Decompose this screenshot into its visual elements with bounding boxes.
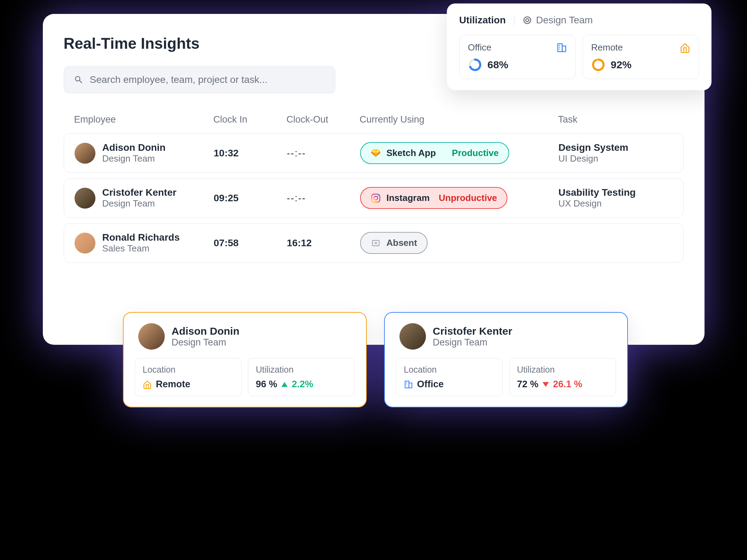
header-task: Task xyxy=(558,114,673,125)
employee-team: Design Team xyxy=(102,153,166,164)
location-value: Office xyxy=(417,379,444,390)
remote-label: Remote xyxy=(591,42,623,53)
employee-name: Adison Donin xyxy=(102,142,166,153)
remote-value: 92% xyxy=(611,59,632,71)
avatar xyxy=(75,143,95,164)
delta-value: 2.2% xyxy=(292,379,313,390)
delta-value: 26.1 % xyxy=(553,379,582,390)
search-icon xyxy=(74,75,84,85)
employee-team: Design Team xyxy=(102,198,177,209)
profile-team: Design Team xyxy=(172,337,240,348)
utilization-card: Utilization Design Team Office 68% xyxy=(447,3,711,90)
svg-point-1 xyxy=(374,196,378,200)
location-box: Location Remote xyxy=(135,358,242,396)
office-metric: Office 68% xyxy=(459,35,576,79)
employee-name: Ronald Richards xyxy=(102,232,180,243)
utilization-team: Design Team xyxy=(536,15,593,26)
avatar xyxy=(138,323,165,350)
avatar xyxy=(75,233,95,254)
app-badge: Instagram Unproductive xyxy=(360,187,508,209)
table-row[interactable]: Adison Donin Design Team 10:32 --:-- Ske… xyxy=(64,133,684,173)
clock-out-value: --:-- xyxy=(287,193,353,204)
svg-rect-15 xyxy=(405,381,409,388)
avatar xyxy=(399,323,426,350)
app-name: Sketch App xyxy=(387,148,436,158)
header-employee: Employee xyxy=(74,114,207,125)
location-value: Remote xyxy=(156,379,190,390)
svg-point-5 xyxy=(526,19,529,22)
svg-rect-8 xyxy=(559,45,560,46)
profile-name: Cristofer Kenter xyxy=(433,325,512,337)
utilization-box: Utilization 96 % 2.2% xyxy=(248,358,355,396)
app-name: Instagram xyxy=(387,193,430,203)
header-currently-using: Currently Using xyxy=(360,114,551,125)
circle-icon xyxy=(523,16,532,25)
location-label: Location xyxy=(404,365,495,375)
avatar xyxy=(75,188,95,209)
app-badge: Absent xyxy=(360,232,428,254)
absent-icon xyxy=(371,238,381,248)
svg-rect-9 xyxy=(559,47,560,48)
table-headers: Employee Clock In Clock-Out Currently Us… xyxy=(64,114,684,133)
search-input[interactable] xyxy=(90,74,325,85)
svg-rect-17 xyxy=(406,382,407,383)
trend-up-icon xyxy=(281,382,288,387)
sketch-icon xyxy=(371,148,381,158)
profile-card[interactable]: Cristofer Kenter Design Team Location Of… xyxy=(384,312,628,407)
clock-out-value: 16:12 xyxy=(287,238,353,249)
office-label: Office xyxy=(468,42,491,53)
location-box: Location Office xyxy=(396,358,503,396)
task-subtitle: UX Design xyxy=(559,198,673,209)
location-label: Location xyxy=(143,365,234,375)
svg-point-2 xyxy=(377,195,378,196)
donut-icon xyxy=(591,58,605,72)
utilization-value: 96 % xyxy=(256,379,278,390)
profile-card[interactable]: Adison Donin Design Team Location Remote… xyxy=(123,312,367,407)
app-status: Unproductive xyxy=(439,193,497,203)
profile-name: Adison Donin xyxy=(172,325,240,337)
svg-point-14 xyxy=(593,60,604,70)
svg-rect-0 xyxy=(372,194,380,202)
clock-out-value: --:-- xyxy=(287,148,353,159)
svg-rect-10 xyxy=(559,48,560,49)
table-row[interactable]: Cristofer Kenter Design Team 09:25 --:--… xyxy=(64,178,684,218)
svg-rect-16 xyxy=(409,383,412,388)
employee-team: Sales Team xyxy=(102,243,180,254)
instagram-icon xyxy=(371,193,381,203)
app-name: Absent xyxy=(387,238,417,248)
trend-down-icon xyxy=(543,382,549,387)
task-subtitle: UI Design xyxy=(559,153,673,164)
utilization-value: 72 % xyxy=(517,379,539,390)
utilization-label: Utilization xyxy=(256,365,347,375)
employee-name: Cristofer Kenter xyxy=(102,187,177,198)
header-clock-in: Clock In xyxy=(213,114,280,125)
clock-in-value: 07:58 xyxy=(214,238,280,249)
remote-metric: Remote 92% xyxy=(583,35,699,79)
office-icon xyxy=(557,42,567,53)
svg-rect-18 xyxy=(406,383,407,384)
office-icon xyxy=(404,380,413,389)
utilization-label: Utilization xyxy=(517,365,608,375)
office-value: 68% xyxy=(488,59,508,71)
utilization-title: Utilization xyxy=(459,15,506,26)
clock-in-value: 10:32 xyxy=(214,148,280,159)
clock-in-value: 09:25 xyxy=(214,193,280,204)
table-row[interactable]: Ronald Richards Sales Team 07:58 16:12 A… xyxy=(64,223,684,263)
svg-rect-7 xyxy=(562,46,566,52)
home-icon xyxy=(680,42,690,53)
app-status: Productive xyxy=(452,148,499,158)
app-badge: Sketch App Productive xyxy=(360,142,509,164)
svg-point-4 xyxy=(524,17,531,24)
task-title: Design System xyxy=(559,142,673,153)
insights-card: Real-Time Insights Employee Clock In Clo… xyxy=(43,14,705,345)
donut-icon xyxy=(468,58,482,72)
home-icon xyxy=(143,380,152,389)
task-title: Usability Testing xyxy=(559,187,673,198)
header-clock-out: Clock-Out xyxy=(287,114,353,125)
utilization-box: Utilization 72 % 26.1 % xyxy=(509,358,616,396)
search-box[interactable] xyxy=(64,66,335,93)
profile-team: Design Team xyxy=(433,337,512,348)
